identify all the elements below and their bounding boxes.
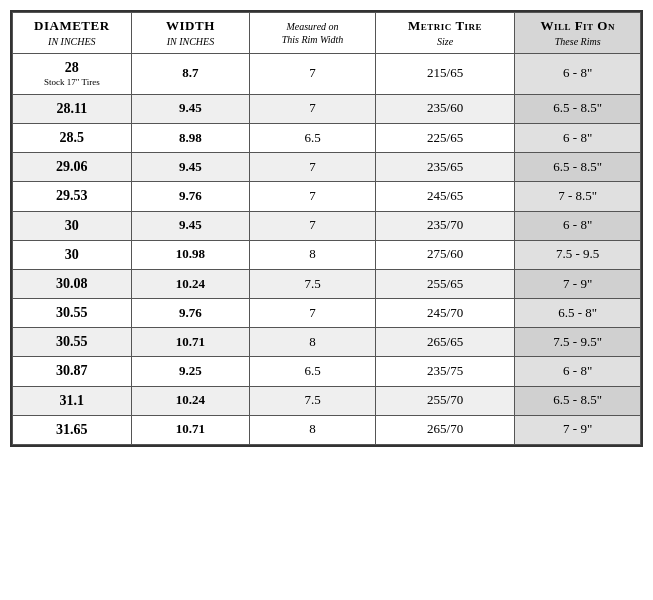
cell-metric: 225/65 — [375, 123, 515, 152]
cell-measured: 8 — [250, 240, 376, 269]
cell-diameter: 30.55 — [13, 299, 132, 328]
cell-width: 9.45 — [131, 94, 250, 123]
cell-diameter: 31.65 — [13, 415, 132, 444]
cell-width: 9.45 — [131, 153, 250, 182]
table-row: 28Stock 17" Tires8.77215/656 - 8" — [13, 53, 641, 94]
cell-metric: 235/70 — [375, 211, 515, 240]
cell-width: 10.24 — [131, 386, 250, 415]
cell-metric: 245/70 — [375, 299, 515, 328]
cell-measured: 7.5 — [250, 269, 376, 298]
cell-width: 10.71 — [131, 415, 250, 444]
cell-measured: 7 — [250, 94, 376, 123]
header-will-fit: Will Fit On These Rims — [515, 13, 641, 54]
cell-measured: 7 — [250, 182, 376, 211]
table-row: 30.0810.247.5255/657 - 9" — [13, 269, 641, 298]
cell-measured: 7 — [250, 153, 376, 182]
cell-will-fit: 6.5 - 8" — [515, 299, 641, 328]
cell-will-fit: 6 - 8" — [515, 357, 641, 386]
table-row: 31.110.247.5255/706.5 - 8.5" — [13, 386, 641, 415]
table-row: 3010.988275/607.5 - 9.5 — [13, 240, 641, 269]
cell-measured: 7 — [250, 53, 376, 94]
cell-measured: 8 — [250, 415, 376, 444]
header-metric: Metric Tire Size — [375, 13, 515, 54]
table-row: 30.879.256.5235/756 - 8" — [13, 357, 641, 386]
table-row: 29.069.457235/656.5 - 8.5" — [13, 153, 641, 182]
cell-metric: 235/75 — [375, 357, 515, 386]
cell-measured: 7 — [250, 211, 376, 240]
cell-will-fit: 6.5 - 8.5" — [515, 386, 641, 415]
table-row: 28.119.457235/606.5 - 8.5" — [13, 94, 641, 123]
cell-diameter: 30.08 — [13, 269, 132, 298]
cell-diameter: 29.53 — [13, 182, 132, 211]
cell-diameter: 31.1 — [13, 386, 132, 415]
cell-width: 8.7 — [131, 53, 250, 94]
cell-width: 9.45 — [131, 211, 250, 240]
cell-metric: 255/70 — [375, 386, 515, 415]
cell-measured: 6.5 — [250, 357, 376, 386]
header-diameter: DIAMETER IN INCHES — [13, 13, 132, 54]
table-row: 31.6510.718265/707 - 9" — [13, 415, 641, 444]
header-width: WIDTH IN INCHES — [131, 13, 250, 54]
table-row: 30.5510.718265/657.5 - 9.5" — [13, 328, 641, 357]
rim-size-table: DIAMETER IN INCHES WIDTH IN INCHES Measu… — [10, 10, 643, 447]
table-row: 309.457235/706 - 8" — [13, 211, 641, 240]
cell-will-fit: 6.5 - 8.5" — [515, 94, 641, 123]
cell-diameter: 30.87 — [13, 357, 132, 386]
cell-will-fit: 6 - 8" — [515, 53, 641, 94]
cell-metric: 235/65 — [375, 153, 515, 182]
cell-metric: 265/70 — [375, 415, 515, 444]
cell-diameter: 28.11 — [13, 94, 132, 123]
cell-width: 10.24 — [131, 269, 250, 298]
cell-measured: 7 — [250, 299, 376, 328]
cell-diameter: 28.5 — [13, 123, 132, 152]
cell-width: 10.98 — [131, 240, 250, 269]
cell-will-fit: 7 - 8.5" — [515, 182, 641, 211]
cell-will-fit: 7.5 - 9.5" — [515, 328, 641, 357]
table-row: 30.559.767245/706.5 - 8" — [13, 299, 641, 328]
cell-metric: 235/60 — [375, 94, 515, 123]
cell-metric: 255/65 — [375, 269, 515, 298]
cell-diameter: 29.06 — [13, 153, 132, 182]
cell-width: 9.25 — [131, 357, 250, 386]
cell-measured: 7.5 — [250, 386, 376, 415]
cell-metric: 245/65 — [375, 182, 515, 211]
cell-width: 9.76 — [131, 299, 250, 328]
table-row: 28.58.986.5225/656 - 8" — [13, 123, 641, 152]
cell-metric: 265/65 — [375, 328, 515, 357]
cell-will-fit: 7 - 9" — [515, 415, 641, 444]
cell-measured: 8 — [250, 328, 376, 357]
cell-width: 9.76 — [131, 182, 250, 211]
cell-diameter: 28Stock 17" Tires — [13, 53, 132, 94]
header-measured: Measured on This Rim Width — [250, 13, 376, 54]
cell-diameter: 30 — [13, 211, 132, 240]
cell-will-fit: 6 - 8" — [515, 211, 641, 240]
cell-will-fit: 7 - 9" — [515, 269, 641, 298]
cell-metric: 275/60 — [375, 240, 515, 269]
cell-measured: 6.5 — [250, 123, 376, 152]
cell-diameter: 30.55 — [13, 328, 132, 357]
cell-will-fit: 6 - 8" — [515, 123, 641, 152]
cell-width: 10.71 — [131, 328, 250, 357]
cell-will-fit: 6.5 - 8.5" — [515, 153, 641, 182]
cell-will-fit: 7.5 - 9.5 — [515, 240, 641, 269]
cell-metric: 215/65 — [375, 53, 515, 94]
cell-diameter: 30 — [13, 240, 132, 269]
cell-width: 8.98 — [131, 123, 250, 152]
table-row: 29.539.767245/657 - 8.5" — [13, 182, 641, 211]
